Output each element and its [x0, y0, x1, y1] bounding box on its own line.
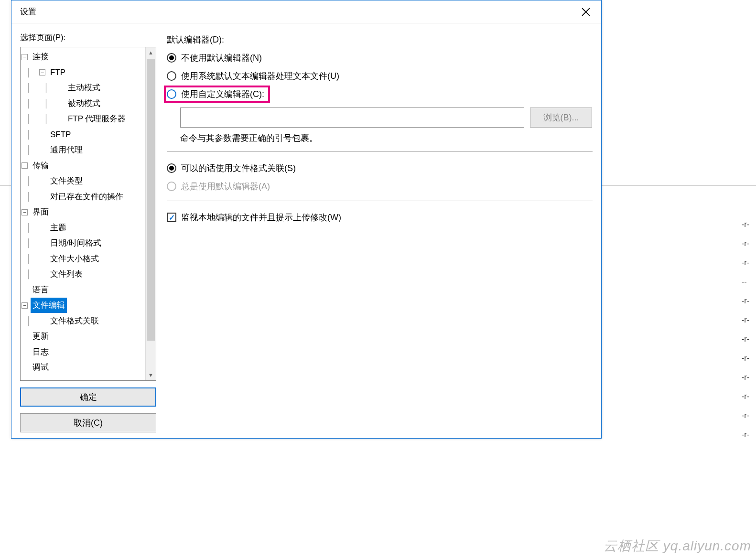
tree-node-label: 连接 [31, 49, 51, 64]
tree-node-label: 对已存在文件的操作 [48, 189, 125, 204]
bg-row: -r- [742, 330, 756, 349]
custom-editor-input-row: 浏览(B)... [180, 108, 593, 128]
separator-2 [167, 201, 593, 201]
scroll-thumb[interactable] [147, 59, 155, 341]
tree-node[interactable]: │ 文件大小格式 [22, 251, 144, 267]
tree-node[interactable]: −传输 [22, 158, 144, 174]
radio-none[interactable] [167, 53, 176, 63]
tree-node[interactable]: │ −FTP [22, 65, 144, 81]
scroll-down-icon[interactable]: ▼ [146, 370, 156, 380]
tree-node-label: 语言 [31, 282, 51, 298]
tree-node-label: 传输 [31, 158, 51, 173]
radio-row-always: 总是使用默认编辑器(A) [167, 179, 593, 194]
radio-system-label: 使用系统默认文本编辑器处理文本文件(U) [181, 70, 339, 82]
tree-node[interactable]: │ 文件类型 [22, 173, 144, 189]
tree-node[interactable]: −连接 [22, 49, 144, 65]
bg-row: -r- [742, 425, 756, 444]
ok-button[interactable]: 确定 [20, 387, 156, 407]
bg-row: -r- [742, 215, 756, 234]
tree-node[interactable]: │ 日期/时间格式 [22, 236, 144, 251]
tree-node[interactable]: │ 文件格式关联 [22, 313, 144, 329]
tree-node-label: 文件编辑 [31, 298, 67, 313]
bg-row: -r- [742, 368, 756, 387]
tree-node-label: 文件类型 [48, 173, 85, 189]
bg-row: -r- [742, 253, 756, 272]
radio-row-system[interactable]: 使用系统默认文本编辑器处理文本文件(U) [167, 68, 593, 84]
watch-checkbox-row[interactable]: 监视本地编辑的文件并且提示上传修改(W) [167, 210, 593, 225]
expand-toggle-icon[interactable]: − [39, 69, 45, 75]
radio-assoc[interactable] [167, 163, 176, 173]
radio-always-label: 总是使用默认编辑器(A) [181, 181, 270, 192]
bg-row: -r- [742, 387, 756, 406]
default-editor-label: 默认编辑器(D): [167, 34, 593, 45]
tree-node-label: 被动模式 [66, 96, 102, 111]
tree-node-label: 文件列表 [48, 267, 85, 282]
custom-editor-input[interactable] [180, 108, 524, 128]
close-icon [582, 8, 590, 16]
custom-editor-highlight: 使用自定义编辑器(C): [164, 86, 270, 103]
quote-hint: 命令与其参数需要正确的引号包裹。 [180, 132, 593, 144]
radio-row-none[interactable]: 不使用默认编辑器(N) [167, 50, 593, 65]
radio-row-custom[interactable]: 使用自定义编辑器(C): [167, 86, 593, 102]
tree-node[interactable]: │ 文件列表 [22, 267, 144, 282]
dialog-body: 选择页面(P): −连接 │ −FTP │ │ 主动模式 │ │ 被动模式 │ … [11, 23, 601, 438]
tree-node[interactable]: 语言 [22, 282, 144, 298]
tree-node-label: 日期/时间格式 [48, 236, 103, 251]
bg-row: -r- [742, 234, 756, 253]
tree-node-label: 日志 [31, 344, 51, 360]
right-pane: 默认编辑器(D): 不使用默认编辑器(N) 使用系统默认文本编辑器处理文本文件(… [167, 32, 593, 432]
tree-container: −连接 │ −FTP │ │ 主动模式 │ │ 被动模式 │ │ FTP 代理服… [20, 47, 156, 381]
tree-node-label: SFTP [48, 127, 73, 142]
close-button[interactable] [574, 0, 597, 23]
tree-node[interactable]: │ │ FTP 代理服务器 [22, 111, 144, 127]
tree-node[interactable]: │ SFTP [22, 127, 144, 143]
tree-node-label: 主动模式 [66, 80, 102, 96]
watch-checkbox[interactable] [167, 213, 176, 222]
tree-node[interactable]: │ 对已存在文件的操作 [22, 189, 144, 205]
radio-system[interactable] [167, 71, 176, 81]
tree-node-label: FTP [48, 65, 67, 80]
expand-toggle-icon[interactable]: − [22, 209, 28, 215]
radio-assoc-label: 可以的话使用文件格式关联(S) [181, 162, 296, 174]
left-pane: 选择页面(P): −连接 │ −FTP │ │ 主动模式 │ │ 被动模式 │ … [20, 32, 156, 432]
tree-node[interactable]: │ 主题 [22, 220, 144, 236]
tree-node[interactable]: │ │ 被动模式 [22, 96, 144, 112]
bg-row: -r- [742, 406, 756, 425]
tree-node[interactable]: 更新 [22, 329, 144, 344]
tree-node-label: 通用代理 [48, 142, 85, 158]
radio-custom[interactable] [167, 89, 176, 99]
bg-row: -r- [742, 349, 756, 368]
scroll-up-icon[interactable]: ▲ [146, 47, 156, 58]
expand-toggle-icon[interactable]: − [22, 302, 28, 309]
tree-node[interactable]: −文件编辑 [22, 298, 144, 313]
browse-button[interactable]: 浏览(B)... [530, 108, 592, 128]
bg-listing: -r--r--r----r--r--r--r--r--r--r--r- [742, 215, 756, 444]
select-page-label: 选择页面(P): [20, 32, 156, 43]
tree-node[interactable]: │ 通用代理 [22, 142, 144, 158]
tree-scrollbar[interactable]: ▲ ▼ [145, 47, 156, 380]
bg-row: -r- [742, 311, 756, 330]
tree-node[interactable]: 日志 [22, 344, 144, 360]
tree-node[interactable]: │ │ 主动模式 [22, 80, 144, 96]
expand-toggle-icon[interactable]: − [22, 162, 28, 169]
dialog-action-buttons: 确定 取消(C) [20, 387, 156, 432]
expand-toggle-icon[interactable]: − [22, 54, 28, 60]
radio-row-assoc[interactable]: 可以的话使用文件格式关联(S) [167, 161, 593, 176]
tree-node-label: FTP 代理服务器 [66, 111, 128, 127]
tree-node-label: 文件格式关联 [48, 313, 101, 329]
cancel-button[interactable]: 取消(C) [20, 413, 156, 432]
page-tree[interactable]: −连接 │ −FTP │ │ 主动模式 │ │ 被动模式 │ │ FTP 代理服… [21, 47, 145, 380]
tree-node-label: 主题 [48, 220, 68, 236]
tree-node[interactable]: −界面 [22, 204, 144, 220]
titlebar: 设置 [11, 0, 601, 23]
watch-checkbox-label: 监视本地编辑的文件并且提示上传修改(W) [181, 212, 341, 223]
tree-node-label: 界面 [31, 204, 51, 220]
tree-node-label: 更新 [31, 329, 51, 344]
dialog-title: 设置 [20, 6, 574, 17]
radio-custom-label: 使用自定义编辑器(C): [181, 88, 264, 100]
bg-row: -r- [742, 291, 756, 311]
tree-node-label: 调试 [31, 360, 51, 375]
radio-none-label: 不使用默认编辑器(N) [181, 52, 262, 64]
tree-node[interactable]: 调试 [22, 360, 144, 376]
separator-1 [167, 151, 593, 152]
